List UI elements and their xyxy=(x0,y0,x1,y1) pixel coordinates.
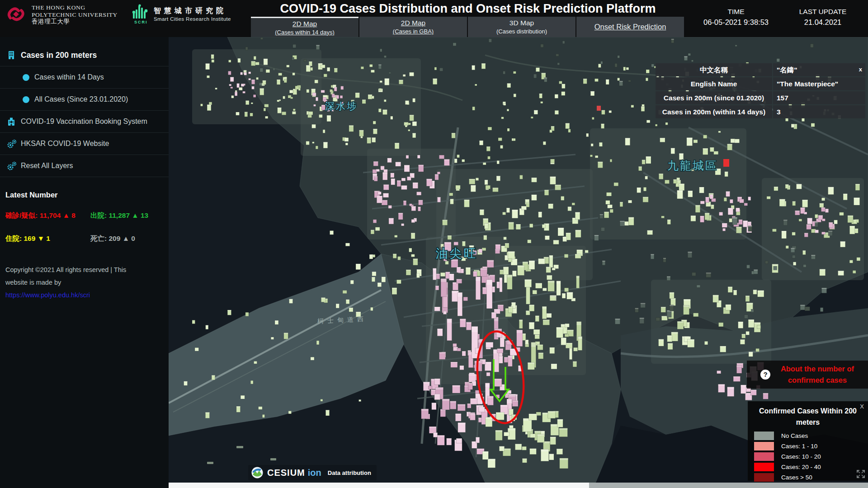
legend-item: Cases: 10 - 20 xyxy=(754,452,868,461)
menu-item-cases-200m[interactable]: Cases in 200 meters xyxy=(0,44,169,66)
row-label-chinese-name: 中文名稱 xyxy=(656,63,772,76)
latest-number-panel: Latest Number 確診/疑似: 11,704 ▲ 8 出院: 11,2… xyxy=(0,191,169,244)
tab-2d-map-14days[interactable]: 2D Map (Cases within 14 days) xyxy=(251,17,359,37)
tab-onset-risk-prediction[interactable]: Onset Risk Prediction xyxy=(576,17,684,37)
menu-label: Cases within 14 Days xyxy=(34,73,104,81)
sidebar: Cases in 200 meters Cases within 14 Days… xyxy=(0,37,169,488)
scri-en-name: Smart Cities Research Institute xyxy=(154,15,231,23)
row-value-cases-since-2020: 157 xyxy=(773,91,865,104)
scri-logo-block[interactable]: SCRI 智慧城市研究院 Smart Cities Research Insti… xyxy=(131,4,231,25)
menu-item-reset-layers[interactable]: Reset All Layers xyxy=(0,155,169,177)
legend-title-line2: meters xyxy=(748,417,868,428)
hospital-icon xyxy=(6,117,21,127)
legend-rows: No Cases Cases: 1 - 10 Cases: 10 - 20 Ca… xyxy=(748,431,868,482)
menu-item-all-cases[interactable]: All Cases (Since 23.01.2020) xyxy=(0,89,169,111)
legend-swatch xyxy=(754,473,774,482)
building-icon xyxy=(6,50,21,60)
legend-label: Cases: 1 - 10 xyxy=(781,443,817,450)
menu-label: COVID-19 Vaccination Booking System xyxy=(21,117,147,126)
tab-sublabel: (Cases distribution) xyxy=(496,28,547,35)
menu-item-hksar-website[interactable]: HKSAR COVID-19 Website xyxy=(0,133,169,155)
about-confirmed-cases-box[interactable]: ? About the number of confirmed cases xyxy=(747,361,868,389)
table-row: 中文名稱 "名鑄" xyxy=(656,63,865,76)
tab-sublabel: (Cases within 14 days) xyxy=(275,29,335,36)
table-row: Cases in 200m (since 01.2020) 157 xyxy=(656,91,865,104)
tab-label: 2D Map xyxy=(292,20,317,28)
building-info-table: x 中文名稱 "名鑄" English Name "The Masterpiec… xyxy=(656,63,865,119)
horizontal-scrollbar[interactable] xyxy=(169,483,868,488)
question-mark-icon[interactable]: ? xyxy=(760,370,770,380)
cesium-logo-icon xyxy=(251,466,264,479)
map-mode-tabs: 2D Map (Cases within 14 days) 2D Map (Ca… xyxy=(251,17,684,37)
district-label-yau-tsim-mong: 油尖旺 xyxy=(436,247,478,260)
menu-item-cases-14days[interactable]: Cases within 14 Days xyxy=(0,66,169,89)
cyan-dot-icon xyxy=(23,96,29,103)
scri-skyline-icon: SCRI xyxy=(131,4,149,25)
district-label-sham-shui-po: 深水埗 xyxy=(325,101,358,111)
page-title: COVID-19 Cases Distribution and Onset Ri… xyxy=(235,2,701,16)
legend-label: Cases: 10 - 20 xyxy=(781,453,821,460)
stat-hospitalised: 住院: 169 ▼ 1 xyxy=(5,234,90,244)
time-display: TIME 06-05-2021 9:38:53 xyxy=(695,8,777,27)
tab-label: 3D Map xyxy=(509,19,534,27)
copyright-line2: website is made by xyxy=(5,276,163,289)
legend-item: Cases: 20 - 40 xyxy=(754,462,868,472)
stats-grid: 確診/疑似: 11,704 ▲ 8 出院: 11,287 ▲ 13 住院: 16… xyxy=(5,211,163,244)
scri-text-block: 智慧城市研究院 Smart Cities Research Institute xyxy=(154,6,231,23)
polyu-line2: POLYTECHNIC UNIVERSITY xyxy=(32,11,118,19)
header-bar: THE HONG KONG POLYTECHNIC UNIVERSITY 香港理… xyxy=(0,0,868,37)
legend-item: Cases > 50 xyxy=(754,473,868,482)
copyright-block: Copyright ©2021 All rights reserved | Th… xyxy=(0,263,169,301)
row-label-cases-14-days: Cases in 200m (within 14 days) xyxy=(656,105,772,118)
menu-label: HKSAR COVID-19 Website xyxy=(21,140,109,148)
menu-item-vaccination-booking[interactable]: COVID-19 Vaccination Booking System xyxy=(0,111,169,133)
latest-number-title: Latest Number xyxy=(5,191,163,199)
row-value-cases-14-days: 3 xyxy=(773,105,865,118)
last-update-display: LAST UPDATE 21.04.2021 xyxy=(782,8,863,27)
row-value-chinese-name: "名鑄" xyxy=(773,63,865,76)
menu-label: Cases in 200 meters xyxy=(21,51,97,60)
polyu-line1: THE HONG KONG xyxy=(32,4,118,11)
scri-logo-text: SCRI xyxy=(134,20,148,24)
menu-label: Reset All Layers xyxy=(21,162,73,170)
stat-confirmed: 確診/疑似: 11,704 ▲ 8 xyxy=(5,211,90,221)
table-row: Cases in 200m (within 14 days) 3 xyxy=(656,105,865,118)
cyan-dot-icon xyxy=(23,74,29,81)
scri-cn-name: 智慧城市研究院 xyxy=(154,6,231,15)
stat-deaths: 死亡: 209 ▲ 0 xyxy=(90,234,163,244)
info-table-close-icon[interactable]: x xyxy=(859,66,862,73)
stat-discharged: 出院: 11,287 ▲ 13 xyxy=(90,211,163,221)
cogs-icon xyxy=(6,160,21,171)
row-label-english-name: English Name xyxy=(656,77,772,90)
last-update-value: 21.04.2021 xyxy=(782,18,863,27)
polyu-line3: 香港理工大學 xyxy=(32,18,118,25)
legend-swatch xyxy=(754,442,774,450)
expand-icon[interactable] xyxy=(856,469,866,479)
layer-menu: Cases in 200 meters Cases within 14 Days… xyxy=(0,44,169,177)
scrollbar-thumb[interactable] xyxy=(169,483,589,488)
tab-sublabel: (Cases in GBA) xyxy=(393,28,434,35)
row-label-cases-since-2020: Cases in 200m (since 01.2020) xyxy=(656,91,772,104)
copyright-line1: Copyright ©2021 All rights reserved | Th… xyxy=(5,263,163,276)
time-value: 06-05-2021 9:38:53 xyxy=(695,18,777,27)
legend-swatch xyxy=(754,463,774,471)
cesium-attribution[interactable]: CESIUM ion Data attribution xyxy=(248,465,377,480)
data-attribution-link[interactable]: Data attribution xyxy=(328,469,371,476)
legend-label: Cases: 20 - 40 xyxy=(781,464,821,470)
tab-label: 2D Map xyxy=(401,19,425,27)
tab-3d-map-distribution[interactable]: 3D Map (Cases distribution) xyxy=(468,17,576,37)
scri-link[interactable]: https://www.polyu.edu.hk/scri xyxy=(5,289,163,301)
legend-close-icon[interactable]: X xyxy=(860,403,864,410)
legend-title-line1: Confirmed Cases Within 200 xyxy=(748,405,868,417)
legend-item: Cases: 1 - 10 xyxy=(754,441,868,451)
about-line1: About the number of xyxy=(770,363,864,375)
table-row: English Name "The Masterpiece" xyxy=(656,77,865,90)
cesium-ion-text: ion xyxy=(308,468,321,478)
logo-group: THE HONG KONG POLYTECHNIC UNIVERSITY 香港理… xyxy=(5,4,231,25)
polyu-logo-block[interactable]: THE HONG KONG POLYTECHNIC UNIVERSITY 香港理… xyxy=(5,4,118,25)
menu-label: All Cases (Since 23.01.2020) xyxy=(34,95,128,103)
district-label-kowloon-city: 九龍城區 xyxy=(667,159,718,172)
time-label: TIME xyxy=(695,8,777,16)
tab-2d-map-gba[interactable]: 2D Map (Cases in GBA) xyxy=(359,17,467,37)
about-line2: confirmed cases xyxy=(770,375,864,386)
